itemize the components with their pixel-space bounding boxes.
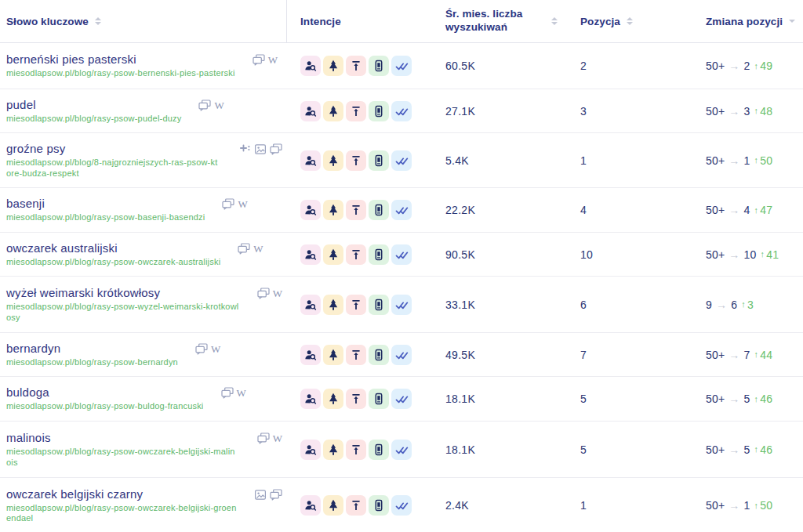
search-volume-cell: 49.5K — [439, 333, 569, 376]
sort-icon[interactable] — [627, 17, 633, 25]
top-position-icon — [350, 60, 362, 72]
table-row: malinois miesodlapsow.pl/blog/rasy-psow-… — [0, 422, 803, 478]
double-check-intent-badge — [391, 295, 412, 315]
frames-icon — [253, 54, 265, 66]
frames-icon — [270, 489, 282, 501]
sort-icon[interactable] — [95, 17, 101, 25]
wikipedia-icon: W — [238, 199, 247, 209]
keyword-cell: owczarek belgijski czarny miesodlapsow.p… — [0, 478, 287, 532]
position-change-cell: 50+ → 10 ↑ 41 — [698, 233, 803, 276]
mobile-icon — [372, 443, 385, 456]
top-position-icon — [350, 248, 362, 261]
position-change-from: 50+ — [706, 349, 725, 361]
mobile-icon — [372, 248, 385, 261]
position-change-from: 50+ — [706, 105, 725, 118]
column-header-volume[interactable]: Śr. mies. liczba wyszukiwań — [439, 0, 569, 42]
right-arrow-icon: → — [729, 393, 739, 405]
user-search-intent-badge — [300, 440, 321, 460]
serp-feature-icons: W — [253, 54, 278, 66]
keyword-text[interactable]: groźne psy — [6, 142, 221, 156]
position-change-cell: 50+ → 7 ↑ 44 — [698, 333, 803, 376]
keyword-rankings-table: Słowo kluczowe Intencje Śr. mies. liczba… — [0, 0, 803, 532]
keyword-text[interactable]: owczarek belgijski czarny — [6, 487, 237, 501]
tree-icon — [327, 60, 340, 72]
position-cell: 10 — [569, 233, 698, 276]
position-change-from: 50+ — [706, 393, 725, 405]
keyword-cell: pudel miesodlapsow.pl/blog/rasy-psow-pud… — [0, 89, 287, 132]
column-label-position-change: Zmiana pozycji — [706, 16, 783, 27]
tree-icon — [327, 248, 340, 261]
intent-cell — [287, 43, 439, 89]
keyword-text[interactable]: malinois — [6, 431, 240, 445]
position-change-from: 50+ — [706, 248, 725, 261]
search-volume-cell: 22.2K — [439, 188, 569, 232]
top-position-intent-badge — [346, 295, 366, 315]
table-header: Słowo kluczowe Intencje Śr. mies. liczba… — [0, 0, 803, 43]
tree-intent-badge — [323, 440, 343, 460]
tree-icon — [327, 443, 340, 456]
search-volume-cell: 5.4K — [439, 133, 569, 187]
frames-icon — [270, 143, 282, 155]
table-row: groźne psy miesodlapsow.pl/blog/8-najgro… — [0, 133, 803, 188]
tree-intent-badge — [323, 295, 343, 315]
serp-feature-icons — [254, 489, 282, 501]
tree-icon — [327, 499, 340, 512]
up-arrow-icon: ↑ — [754, 395, 759, 404]
right-arrow-icon: → — [729, 443, 739, 456]
top-position-intent-badge — [346, 56, 366, 76]
position-value: 2 — [580, 60, 587, 72]
position-change-cell: 50+ → 3 ↑ 48 — [698, 89, 803, 132]
keyword-url-link[interactable]: miesodlapsow.pl/blog/8-najgrozniejszych-… — [6, 157, 221, 178]
user-search-intent-badge — [300, 101, 321, 121]
keyword-url-link[interactable]: miesodlapsow.pl/blog/rasy-psow-bernardyn — [6, 357, 178, 367]
right-arrow-icon: → — [729, 248, 739, 261]
double-check-icon — [395, 204, 409, 216]
up-arrow-icon: ↑ — [754, 501, 759, 510]
keyword-url-link[interactable]: miesodlapsow.pl/blog/rasy-psow-bernenski… — [6, 68, 235, 78]
top-position-intent-badge — [346, 345, 366, 365]
keyword-text[interactable]: pudel — [6, 98, 181, 112]
sort-icon[interactable] — [551, 17, 558, 25]
keyword-text[interactable]: bernardyn — [6, 342, 178, 356]
column-header-keyword[interactable]: Słowo kluczowe — [0, 0, 287, 42]
double-check-intent-badge — [391, 200, 412, 220]
search-volume-value: 2.4K — [445, 499, 469, 512]
keyword-text[interactable]: wyżeł weimarski krótkowłosy — [6, 286, 240, 300]
keyword-text[interactable]: berneński pies pasterski — [6, 52, 235, 67]
position-change-from: 50+ — [706, 443, 725, 456]
top-position-icon — [350, 443, 362, 456]
double-check-intent-badge — [391, 440, 412, 460]
keyword-cell: basenji miesodlapsow.pl/blog/rasy-psow-b… — [0, 188, 287, 232]
table-row: buldoga miesodlapsow.pl/blog/rasy-psow-b… — [0, 377, 803, 422]
keyword-url-link[interactable]: miesodlapsow.pl/blog/rasy-psow-owczarek-… — [6, 503, 237, 523]
position-change-to: 6 — [731, 299, 737, 311]
keyword-url-link[interactable]: miesodlapsow.pl/blog/rasy-psow-buldog-fr… — [6, 401, 204, 411]
keyword-url-link[interactable]: miesodlapsow.pl/blog/rasy-psow-pudel-duz… — [6, 114, 181, 124]
table-row: pudel miesodlapsow.pl/blog/rasy-psow-pud… — [0, 89, 803, 133]
mobile-intent-badge — [369, 150, 389, 171]
tree-icon — [327, 349, 340, 361]
user-search-icon — [304, 154, 317, 167]
mobile-icon — [372, 393, 385, 405]
position-change-to: 4 — [744, 204, 750, 216]
user-search-intent-badge — [300, 495, 321, 516]
mobile-icon — [372, 154, 385, 167]
user-search-intent-badge — [300, 150, 321, 171]
keyword-url-link[interactable]: miesodlapsow.pl/blog/rasy-psow-basenji-b… — [6, 212, 205, 223]
right-arrow-icon: → — [729, 349, 739, 361]
keyword-url-link[interactable]: miesodlapsow.pl/blog/rasy-psow-owczarek-… — [6, 447, 240, 467]
keyword-url-link[interactable]: miesodlapsow.pl/blog/rasy-psow-owczarek-… — [6, 257, 220, 267]
intent-cell — [287, 377, 439, 421]
tree-intent-badge — [323, 244, 343, 265]
position-change-cell: 50+ → 4 ↑ 47 — [698, 188, 803, 232]
mobile-icon — [372, 204, 385, 216]
keyword-text[interactable]: owczarek australijski — [6, 241, 220, 255]
column-header-position-change[interactable]: Zmiana pozycji — [698, 0, 803, 42]
keyword-url-link[interactable]: miesodlapsow.pl/blog/rasy-psow-wyzel-wei… — [6, 302, 240, 322]
keyword-text[interactable]: buldoga — [6, 385, 204, 400]
wikipedia-icon: W — [268, 55, 278, 65]
column-header-position[interactable]: Pozycja — [569, 0, 698, 42]
sort-icon[interactable] — [789, 20, 795, 23]
keyword-text[interactable]: basenji — [6, 197, 205, 211]
top-position-icon — [350, 393, 362, 405]
